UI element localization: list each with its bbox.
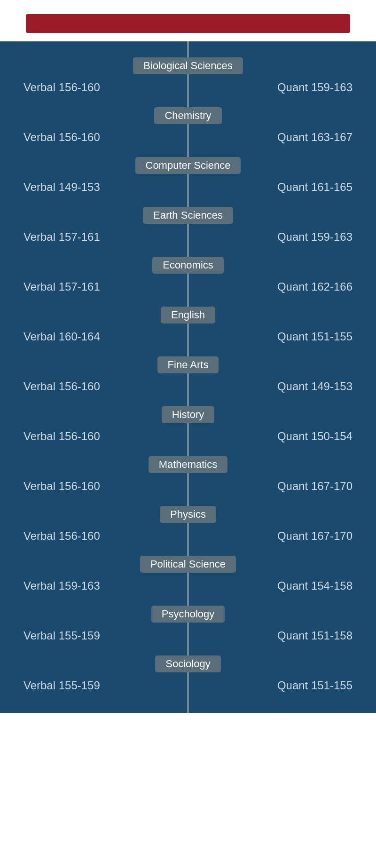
verbal-score: Verbal 156-160: [24, 529, 100, 543]
scores-row: Verbal 159-163Quant 154-158: [0, 576, 376, 599]
verbal-score: Verbal 156-160: [24, 430, 100, 443]
subject-label-row: Biological Sciences: [0, 51, 376, 77]
subject-block: ChemistryVerbal 156-160Quant 163-167: [0, 101, 376, 150]
subject-block: Fine ArtsVerbal 156-160Quant 149-153: [0, 350, 376, 400]
subject-block: MathematicsVerbal 156-160Quant 167-170: [0, 450, 376, 499]
verbal-score: Verbal 159-163: [24, 579, 100, 592]
subject-label: Economics: [152, 257, 224, 274]
scores-row: Verbal 160-164Quant 151-155: [0, 326, 376, 350]
quant-score: Quant 151-155: [277, 330, 352, 343]
verbal-score: Verbal 155-159: [24, 629, 100, 642]
verbal-score: Verbal 149-153: [24, 181, 100, 194]
scores-row: Verbal 157-161Quant 159-163: [0, 227, 376, 250]
subject-label: English: [161, 307, 215, 324]
scores-row: Verbal 149-153Quant 161-165: [0, 177, 376, 200]
quant-score: Quant 151-158: [277, 629, 352, 642]
quant-score: Quant 159-163: [277, 230, 352, 244]
scores-row: Verbal 156-160Quant 163-167: [0, 127, 376, 150]
subject-label-row: History: [0, 400, 376, 426]
subject-block: Computer ScienceVerbal 149-153Quant 161-…: [0, 150, 376, 200]
subject-block: Earth SciencesVerbal 157-161Quant 159-16…: [0, 200, 376, 250]
subject-label-row: Political Science: [0, 549, 376, 576]
scores-row: Verbal 156-160Quant 150-154: [0, 426, 376, 450]
subject-label-row: Psychology: [0, 599, 376, 625]
subject-label-row: Sociology: [0, 649, 376, 675]
subject-label-row: English: [0, 300, 376, 326]
verbal-score: Verbal 156-160: [24, 131, 100, 144]
scores-row: Verbal 156-160Quant 149-153: [0, 376, 376, 400]
scores-row: Verbal 156-160Quant 159-163: [0, 77, 376, 101]
subject-block: PsychologyVerbal 155-159Quant 151-158: [0, 599, 376, 649]
subject-block: EnglishVerbal 160-164Quant 151-155: [0, 300, 376, 350]
quant-score: Quant 167-170: [277, 480, 352, 493]
verbal-score: Verbal 157-161: [24, 230, 100, 244]
quant-score: Quant 162-166: [277, 280, 352, 293]
scores-row: Verbal 156-160Quant 167-170: [0, 476, 376, 499]
quant-score: Quant 150-154: [277, 430, 352, 443]
subject-label-row: Mathematics: [0, 450, 376, 476]
subject-block: HistoryVerbal 156-160Quant 150-154: [0, 400, 376, 450]
subject-label-row: Economics: [0, 250, 376, 276]
verbal-score: Verbal 160-164: [24, 330, 100, 343]
quant-score: Quant 167-170: [277, 529, 352, 543]
subject-label-row: Fine Arts: [0, 350, 376, 376]
subject-block: SociologyVerbal 155-159Quant 151-155: [0, 649, 376, 699]
verbal-score: Verbal 156-160: [24, 81, 100, 94]
subject-label-row: Earth Sciences: [0, 200, 376, 227]
subject-label: Sociology: [155, 655, 220, 672]
quant-score: Quant 149-153: [277, 380, 352, 393]
scores-row: Verbal 155-159Quant 151-158: [0, 625, 376, 649]
verbal-score: Verbal 156-160: [24, 480, 100, 493]
quant-score: Quant 154-158: [277, 579, 352, 592]
subject-label: Earth Sciences: [143, 207, 233, 224]
quant-score: Quant 161-165: [277, 181, 352, 194]
verbal-score: Verbal 155-159: [24, 679, 100, 692]
header-box: [26, 14, 350, 33]
subject-block: Political ScienceVerbal 159-163Quant 154…: [0, 549, 376, 599]
quant-score: Quant 163-167: [277, 131, 352, 144]
subject-label: Chemistry: [154, 107, 221, 124]
subject-block: EconomicsVerbal 157-161Quant 162-166: [0, 250, 376, 300]
subject-label-row: Physics: [0, 499, 376, 526]
quant-score: Quant 159-163: [277, 81, 352, 94]
subject-block: PhysicsVerbal 156-160Quant 167-170: [0, 499, 376, 549]
scores-row: Verbal 156-160Quant 167-170: [0, 526, 376, 549]
subject-label: Computer Science: [135, 157, 241, 174]
subject-label: Physics: [160, 506, 216, 523]
subject-label: Mathematics: [149, 456, 228, 473]
subject-label: Psychology: [151, 606, 225, 623]
verbal-score: Verbal 156-160: [24, 380, 100, 393]
scores-row: Verbal 157-161Quant 162-166: [0, 276, 376, 300]
quant-score: Quant 151-155: [277, 679, 352, 692]
subject-label: Political Science: [140, 556, 236, 573]
subject-block: Biological SciencesVerbal 156-160Quant 1…: [0, 51, 376, 101]
subject-label: Fine Arts: [157, 356, 219, 373]
subject-label: History: [162, 406, 214, 423]
subject-label: Biological Sciences: [133, 57, 243, 74]
verbal-score: Verbal 157-161: [24, 280, 100, 293]
chart-area: Biological SciencesVerbal 156-160Quant 1…: [0, 41, 376, 713]
subject-label-row: Chemistry: [0, 101, 376, 127]
scores-row: Verbal 155-159Quant 151-155: [0, 675, 376, 699]
subject-label-row: Computer Science: [0, 150, 376, 177]
